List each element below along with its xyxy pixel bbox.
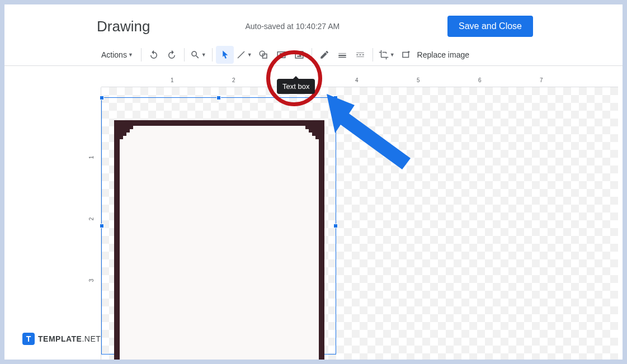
resize-handle[interactable] [100, 96, 104, 100]
reset-image-icon [401, 50, 411, 60]
ruler-tick: 3 [88, 279, 95, 282]
separator [373, 48, 373, 62]
ruler-horizontal: 1 2 3 4 5 6 7 [101, 77, 618, 87]
chevron-down-icon: ▼ [390, 52, 395, 58]
zoom-icon [190, 50, 200, 60]
border-color-button[interactable] [315, 46, 333, 64]
watermark: T TEMPLATE.NET [22, 333, 101, 345]
line-tool[interactable]: ▼ [234, 46, 254, 64]
app-window: Drawing Auto-saved at 10:40:27 AM Save a… [4, 4, 623, 360]
text-box-tooltip: Text box [277, 79, 315, 94]
ruler-tick: 5 [417, 77, 420, 83]
annotation-arrow [327, 94, 416, 174]
save-and-close-button[interactable]: Save and Close [447, 16, 533, 37]
dialog-title: Drawing [97, 18, 150, 35]
undo-icon [149, 50, 159, 60]
redo-button[interactable] [163, 46, 181, 64]
separator [212, 48, 213, 62]
ruler-tick: 1 [171, 77, 174, 83]
corner-ornament [299, 126, 319, 146]
shape-icon [258, 50, 268, 60]
crop-icon [379, 50, 389, 60]
line-weight-icon [337, 50, 347, 60]
ruler-tick: 7 [540, 77, 543, 83]
actions-menu[interactable]: Actions ▼ [97, 46, 138, 64]
reset-image-button[interactable] [397, 46, 415, 64]
header: Drawing Auto-saved at 10:40:27 AM Save a… [4, 4, 623, 44]
ruler-tick: 6 [478, 77, 482, 83]
undo-button[interactable] [145, 46, 163, 64]
chevron-down-icon: ▼ [201, 52, 206, 58]
separator [184, 48, 185, 62]
chevron-down-icon: ▼ [247, 52, 252, 58]
crop-button[interactable]: ▼ [376, 46, 397, 64]
redo-icon [167, 50, 177, 60]
watermark-text: TEMPLATE.NET [38, 334, 101, 343]
shape-tool[interactable] [254, 46, 272, 64]
actions-label: Actions [101, 50, 127, 59]
replace-image-label[interactable]: Replace image [417, 50, 469, 59]
border-weight-button[interactable] [333, 46, 351, 64]
frame-image[interactable] [114, 120, 324, 360]
line-icon [236, 50, 246, 60]
ruler-tick: 2 [88, 218, 95, 221]
line-dash-icon [355, 50, 365, 60]
svg-rect-4 [403, 52, 409, 57]
resize-handle[interactable] [100, 224, 104, 228]
ruler-tick: 4 [355, 77, 359, 83]
select-tool[interactable] [216, 46, 234, 64]
autosave-status: Auto-saved at 10:40:27 AM [245, 22, 340, 31]
chevron-down-icon: ▼ [128, 52, 133, 58]
zoom-button[interactable]: ▼ [188, 46, 209, 64]
resize-handle[interactable] [216, 96, 221, 100]
watermark-logo: T [22, 333, 35, 345]
border-dash-button[interactable] [351, 46, 369, 64]
cursor-icon [220, 50, 230, 60]
pencil-icon [319, 50, 329, 60]
ruler-vertical: 1 2 3 [86, 87, 101, 360]
separator [141, 48, 142, 62]
resize-handle[interactable] [333, 224, 338, 228]
corner-ornament [120, 126, 140, 146]
ruler-tick: 1 [88, 156, 95, 159]
ruler-tick: 2 [232, 77, 235, 83]
selected-object[interactable] [101, 97, 336, 354]
